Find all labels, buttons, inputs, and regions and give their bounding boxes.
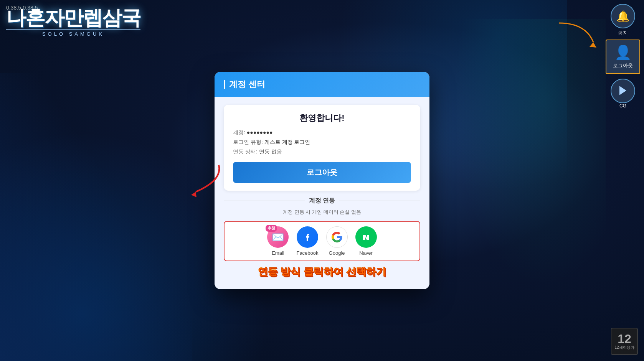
account-label: 계정:: [233, 129, 245, 135]
link-divider: 계정 연동: [224, 197, 420, 205]
header-bar: [224, 80, 225, 89]
naver-social-button[interactable]: Naver: [355, 226, 377, 256]
google-social-button[interactable]: Google: [326, 226, 348, 256]
facebook-social-button[interactable]: Facebook: [296, 226, 318, 256]
welcome-card: 환영합니다! 계정: ●●●●●●●● 로그인 유형: 게스트 계정 로그인 연…: [224, 105, 420, 191]
logout-modal-button[interactable]: 로그아웃: [233, 162, 411, 183]
google-label: Google: [329, 250, 345, 256]
modal-body: 환영합니다! 계정: ●●●●●●●● 로그인 유형: 게스트 계정 로그인 연…: [215, 97, 429, 290]
login-type-label: 로그인 유형:: [233, 139, 263, 145]
account-info: 계정: ●●●●●●●● 로그인 유형: 게스트 계정 로그인 연동 상태: 연…: [233, 128, 411, 157]
recommend-badge: 추천: [266, 225, 277, 232]
modal-title: 계정 센터: [229, 79, 265, 90]
naver-label: Naver: [359, 250, 373, 256]
link-desc: 계정 연동 시 게임 데이터 손실 없음: [224, 209, 420, 216]
account-row: 계정: ●●●●●●●●: [233, 128, 411, 137]
naver-icon: [355, 226, 377, 248]
link-status-value: 연동 없음: [259, 148, 282, 155]
account-modal: 계정 센터 환영합니다! 계정: ●●●●●●●● 로그인 유형: 게스트 계정…: [215, 72, 429, 290]
account-value: ●●●●●●●●: [247, 129, 273, 135]
divider-line-left: [224, 201, 305, 201]
login-type-row: 로그인 유형: 게스트 계정 로그인: [233, 137, 411, 147]
facebook-label: Facebook: [296, 250, 318, 256]
login-type-value: 게스트 계정 로그인: [264, 139, 310, 145]
email-social-button[interactable]: 추천 ✉️ Email: [267, 226, 289, 256]
email-icon: 추천 ✉️: [267, 226, 289, 248]
modal-header: 계정 센터: [215, 72, 429, 97]
link-status-label: 연동 상태:: [233, 148, 258, 155]
link-status-row: 연동 상태: 연동 없음: [233, 147, 411, 157]
welcome-title: 환영합니다!: [233, 112, 411, 124]
modal-overlay: 계정 센터 환영합니다! 계정: ●●●●●●●● 로그인 유형: 게스트 계정…: [0, 0, 644, 361]
social-buttons-row: 추천 ✉️ Email Facebook: [224, 221, 420, 261]
email-label: Email: [272, 250, 284, 256]
google-icon: [326, 226, 348, 248]
link-section: 계정 연동 계정 연동 시 게임 데이터 손실 없음 추천 ✉️ Email: [224, 197, 420, 279]
link-annotation-text: 연동 방식 클릭하여 선택하기: [224, 265, 420, 279]
link-section-title: 계정 연동: [309, 197, 335, 205]
facebook-icon: [297, 226, 318, 248]
divider-line-right: [339, 201, 420, 201]
